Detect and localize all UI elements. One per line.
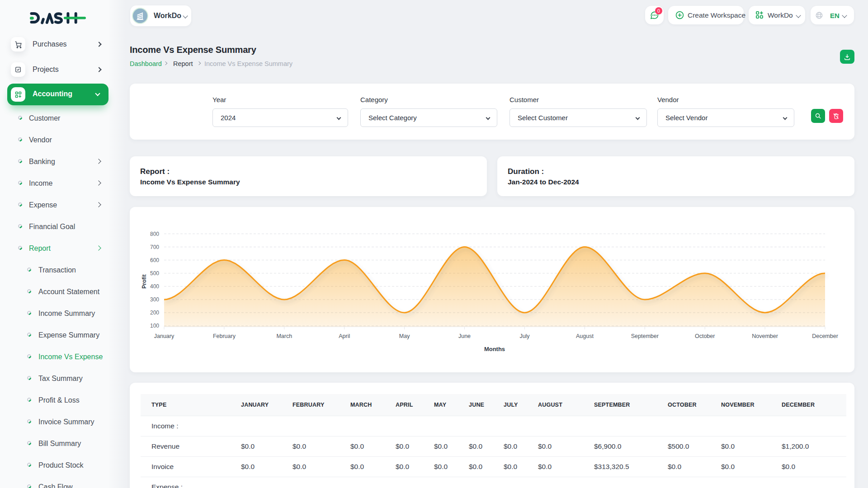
svg-text:May: May <box>399 333 410 339</box>
svg-text:January: January <box>154 333 175 339</box>
svg-text:July: July <box>519 333 530 339</box>
svg-text:June: June <box>458 333 471 339</box>
svg-text:November: November <box>752 333 778 339</box>
svg-text:100: 100 <box>150 323 159 329</box>
svg-text:800: 800 <box>150 231 159 237</box>
svg-text:April: April <box>339 333 350 339</box>
svg-text:Months: Months <box>484 346 505 352</box>
svg-text:Profit: Profit <box>141 274 147 288</box>
svg-text:300: 300 <box>150 296 159 303</box>
svg-text:500: 500 <box>150 270 159 277</box>
svg-text:August: August <box>576 333 594 339</box>
svg-text:February: February <box>213 333 236 339</box>
svg-text:October: October <box>695 333 715 339</box>
svg-text:December: December <box>812 333 838 339</box>
svg-text:600: 600 <box>150 257 159 263</box>
svg-text:400: 400 <box>150 283 159 290</box>
svg-text:September: September <box>631 333 659 339</box>
svg-text:700: 700 <box>150 244 159 250</box>
svg-text:200: 200 <box>150 310 159 316</box>
svg-text:March: March <box>276 333 292 339</box>
